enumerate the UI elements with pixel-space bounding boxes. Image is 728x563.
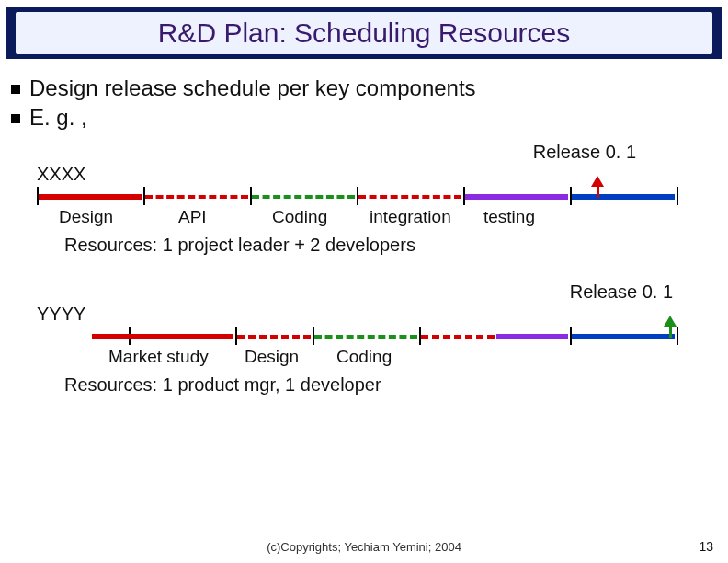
- release-label: Release 0. 1: [570, 282, 673, 303]
- timeline-block-1: XXXX Release 0. 1 Design API: [37, 164, 710, 256]
- timeline-segment: [421, 335, 495, 339]
- resources-line: Resources: 1 product mgr, 1 developer: [64, 374, 710, 396]
- timeline-tick: [677, 187, 678, 205]
- bullet-list: Design release schedule per key componen…: [11, 75, 717, 134]
- release-arrow-icon: [591, 176, 604, 187]
- timeline-segment: [237, 335, 311, 339]
- bullet-item: E. g. ,: [11, 105, 717, 131]
- segment-label-row: Design API Coding integration testing: [37, 207, 710, 229]
- timeline-row-label: YYYY: [37, 304, 710, 325]
- timeline-row-label: XXXX: [37, 164, 710, 185]
- slide-title: R&D Plan: Scheduling Resources: [16, 12, 712, 54]
- slide: R&D Plan: Scheduling Resources Design re…: [0, 0, 728, 563]
- segment-label: Design: [59, 207, 113, 227]
- timeline-segment: [39, 194, 142, 200]
- bullet-text: E. g. ,: [29, 105, 87, 131]
- footer-copyright: (c)Copyrights; Yechiam Yemini; 2004: [0, 540, 728, 554]
- timeline-segment: [465, 194, 568, 200]
- title-band: R&D Plan: Scheduling Resources: [6, 7, 722, 59]
- timeline-segment: [252, 195, 355, 199]
- segment-label: Market study: [108, 347, 209, 367]
- bullet-item: Design release schedule per key componen…: [11, 75, 717, 101]
- timeline-tick: [677, 327, 678, 345]
- release-label: Release 0. 1: [533, 142, 636, 163]
- page-number: 13: [699, 539, 713, 554]
- segment-label: Coding: [272, 207, 327, 227]
- timeline-axis: [37, 327, 680, 345]
- segment-label: Design: [245, 347, 299, 367]
- timeline-segment: [572, 334, 675, 339]
- timeline-block-2: YYYY Release 0. 1 Market study Design Co…: [37, 304, 710, 396]
- bullet-square-icon: [11, 114, 20, 123]
- bullet-square-icon: [11, 85, 20, 94]
- segment-label-row: Market study Design Coding: [37, 347, 710, 369]
- release-arrow-icon: [664, 316, 677, 327]
- segment-label: integration: [370, 207, 451, 227]
- segment-label: testing: [483, 207, 535, 227]
- segment-label: Coding: [336, 347, 392, 367]
- timeline-segment: [358, 195, 461, 199]
- segment-label: API: [178, 207, 207, 227]
- timeline-segment: [314, 335, 417, 339]
- timeline-segment: [92, 334, 233, 339]
- resources-line: Resources: 1 project leader + 2 develope…: [64, 235, 710, 256]
- timeline-axis: [37, 187, 680, 205]
- bullet-text: Design release schedule per key componen…: [29, 75, 476, 101]
- timeline-segment: [496, 334, 568, 339]
- timeline-segment: [145, 195, 248, 199]
- timeline-segment: [572, 194, 675, 200]
